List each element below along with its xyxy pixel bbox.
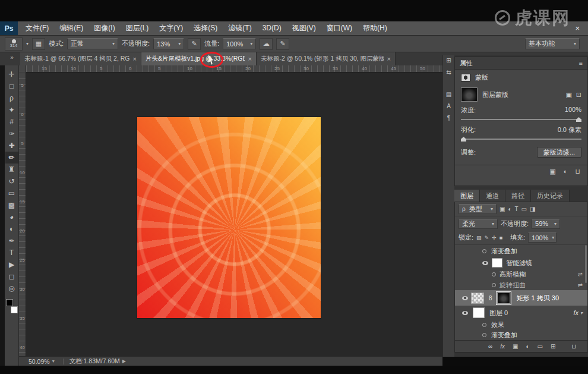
document-image[interactable] [137,117,321,318]
opacity-dropdown[interactable]: 13% ▾ [153,38,184,49]
canvas-area[interactable]: 15 10 5 0 5 10 15 20 25 30 35 40 45 50 5… [19,65,442,366]
menu-file[interactable]: 文件(F) [20,21,54,35]
layer-filter-dropdown[interactable]: ρ 类型 ▾ [459,204,497,214]
add-vector-mask-icon[interactable]: ⊡ [576,91,581,99]
panel-menu-icon[interactable]: ≡ [579,59,583,67]
chevron-right-icon[interactable]: ▶ [122,359,126,364]
new-adjustment-layer-icon[interactable]: ◐ [526,343,529,350]
layer-blend-mode-dropdown[interactable]: 柔光 ▾ [459,219,498,229]
layer-row-gradient-overlay-bottom[interactable]: 渐变叠加 [455,330,587,340]
expand-panels-icon[interactable]: ⇆ [446,69,451,76]
brush-preset-caret-icon[interactable]: ▾ [26,41,29,46]
paragraph-panel-icon[interactable]: ¶ [447,115,450,121]
filter-smart-object-icon[interactable]: ◨ [530,206,535,212]
fill-dropdown[interactable]: 100% ▾ [528,232,557,243]
pressure-opacity-button[interactable]: ✎ [188,38,201,50]
menu-view[interactable]: 视图(V) [287,21,321,35]
visibility-eye-icon[interactable] [492,283,496,287]
menu-help[interactable]: 帮助(H) [358,21,393,35]
quick-selection-tool[interactable]: ✦ [5,104,18,116]
menu-filter[interactable]: 滤镜(T) [223,21,257,35]
lock-pixels-icon[interactable]: ✎ [485,235,489,241]
layers-scrollbar[interactable] [585,245,587,283]
filter-blend-options-icon[interactable]: ⇌ [578,271,583,278]
menu-image[interactable]: 图像(I) [88,21,120,35]
document-tab-untitled-2[interactable]: 未标题-2 @ 50.1% (矩形 1 拷贝 30, 图层蒙版/8) * × [257,52,396,65]
layer-thumbnail[interactable] [471,293,484,304]
clone-stamp-tool[interactable]: ♜ [5,164,18,175]
filter-adjustment-icon[interactable]: ◐ [508,206,511,212]
filter-shape-icon[interactable]: ▭ [521,206,527,212]
visibility-eye-icon[interactable] [462,296,468,300]
visibility-eye-icon[interactable] [482,323,486,327]
visibility-eye-icon[interactable] [482,333,486,337]
visibility-eye-icon[interactable] [482,261,488,265]
background-color-swatch[interactable] [11,306,18,313]
lock-position-icon[interactable]: ✛ [492,235,497,241]
document-tab-template-jpg[interactable]: 片头&片尾模板v1.jpg @ 33.3%(RGB/8#) × [141,52,257,65]
layer-row-gradient-overlay-top[interactable]: 渐变叠加 [455,245,587,257]
eyedropper-tool[interactable]: ✑ [5,128,18,140]
menu-layer[interactable]: 图层(L) [121,21,154,35]
tab-channels[interactable]: 通道 [480,190,505,202]
menu-window[interactable]: 窗口(W) [321,21,358,35]
menu-edit[interactable]: 编辑(E) [54,21,88,35]
lock-transparent-icon[interactable]: ▨ [476,235,482,241]
select-pixel-mask-icon[interactable]: ▣ [565,91,571,99]
swatches-panel-icon[interactable]: ▤ [446,91,451,98]
document-tab-untitled-1[interactable]: 未标题-1 @ 66.7% (图层 4 拷贝 2, RGB/8) * × [20,52,141,65]
history-brush-tool[interactable]: ↺ [5,175,18,187]
airbrush-button[interactable]: ☁ [260,38,273,50]
menu-3d[interactable]: 3D(D) [257,21,287,35]
layer-row-smart-filters[interactable]: 智能滤镜 [455,257,587,269]
lock-all-icon[interactable]: ■ [500,235,502,241]
mask-from-selection-icon[interactable]: ▣ [549,168,555,175]
filter-blend-options-icon[interactable]: ⇌ [578,282,583,288]
mask-thumbnail[interactable] [461,87,478,102]
visibility-eye-icon[interactable] [462,311,468,315]
zoom-tool[interactable]: ◎ [5,282,18,294]
tab-close-icon[interactable]: × [248,55,252,62]
layer-row-layer-0[interactable]: 图层 0 fx ▾ [455,306,587,320]
density-value[interactable]: 100% [565,106,581,115]
invert-mask-icon[interactable]: ◐ [564,168,568,175]
new-layer-icon[interactable]: ⊞ [551,343,555,350]
tab-layers[interactable]: 图层 [454,190,480,202]
feather-value[interactable]: 0.0 像素 [558,125,581,134]
filter-type-icon[interactable]: T [515,206,519,212]
spot-healing-tool[interactable]: ✚ [5,140,18,152]
density-slider-knob[interactable] [576,117,581,122]
delete-mask-icon[interactable]: ⊔ [575,168,580,175]
layer-mask-thumbnail[interactable] [497,293,510,304]
add-layer-style-icon[interactable]: fx [500,343,505,350]
chevron-down-icon[interactable]: ▾ [52,359,55,364]
mask-link-icon[interactable]: 8 [489,295,492,301]
blend-mode-dropdown[interactable]: 正常 ▾ [67,38,118,49]
crop-tool[interactable]: # [5,116,18,128]
density-slider[interactable] [461,119,581,120]
layer-opacity-dropdown[interactable]: 59% ▾ [532,219,560,229]
eraser-tool[interactable]: ▭ [5,187,18,199]
panel-grid-icon[interactable]: ⊞ [446,57,451,64]
tab-history[interactable]: 历史记录 [531,190,570,202]
layer-row-effects[interactable]: 效果 [455,320,587,330]
layer-row-rectangle-copy-30[interactable]: 8 矩形 1 拷贝 30 [455,290,587,306]
tab-close-icon[interactable]: × [133,55,137,62]
flow-dropdown[interactable]: 100% ▾ [223,38,256,49]
add-layer-mask-icon[interactable]: ▣ [513,343,518,350]
brush-preset-picker[interactable]: 314 [5,37,23,51]
filter-pixel-icon[interactable]: ▣ [500,206,505,212]
rectangle-tool[interactable]: ◻ [5,271,18,282]
color-swatches[interactable] [5,299,18,313]
collapse-toolbar-icon[interactable]: » [6,54,18,61]
dodge-tool[interactable]: ◐ [5,223,18,235]
menu-select[interactable]: 选择(S) [188,21,223,35]
visibility-eye-icon[interactable] [482,249,486,253]
pen-tool[interactable]: ✒ [5,235,18,247]
path-selection-tool[interactable]: ▶ [5,259,18,271]
smart-filter-thumbnail[interactable] [492,258,502,268]
menu-type[interactable]: 文字(Y) [154,21,188,35]
link-layers-icon[interactable]: ∞ [488,343,492,350]
brush-tool[interactable]: ✏ [5,152,18,164]
character-panel-icon[interactable]: A [447,103,451,109]
